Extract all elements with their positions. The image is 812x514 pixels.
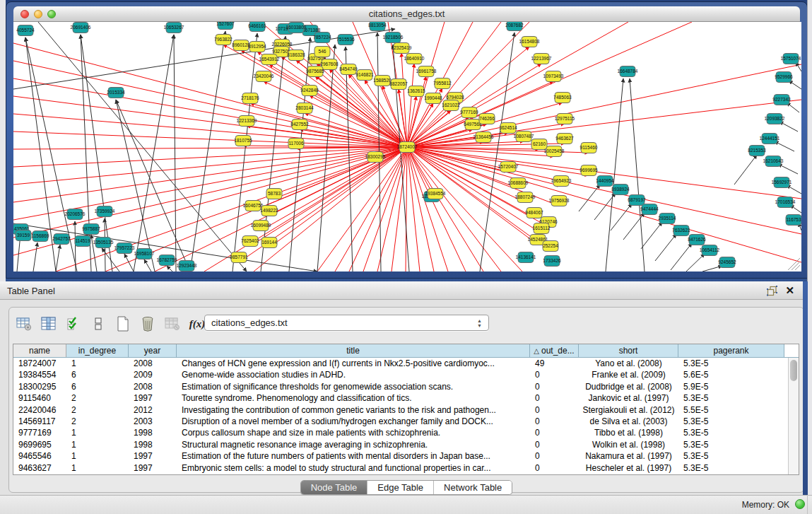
graph-node[interactable]: 18300295 <box>365 152 386 163</box>
graph-node[interactable]: 12093822 <box>765 114 785 124</box>
graph-node[interactable]: 1440954 <box>596 176 614 187</box>
graph-node[interactable]: 1362615 <box>407 86 425 97</box>
graph-node[interactable]: 20691406 <box>71 23 91 33</box>
graph-node[interactable]: 39159 <box>16 230 31 241</box>
graph-node[interactable]: 10973493 <box>543 71 564 82</box>
graph-node[interactable]: 16099489 <box>251 221 271 231</box>
graph-node[interactable]: 18640910 <box>404 54 425 64</box>
graph-node[interactable]: 16543912 <box>259 54 280 65</box>
graph-node[interactable]: 2942757 <box>52 234 71 245</box>
network-graph[interactable]: 4055724206914061065326715276076466161107… <box>13 22 801 271</box>
graph-node[interactable]: 15751074 <box>781 54 801 64</box>
graph-node[interactable]: 1810755 <box>234 136 252 146</box>
graph-node[interactable]: 9857791 <box>230 252 248 263</box>
graph-node[interactable]: 8960128 <box>232 40 250 51</box>
graph-node[interactable]: 12213369 <box>237 116 257 127</box>
table-settings-icon[interactable] <box>15 315 33 333</box>
graph-node[interactable]: 16154808 <box>519 37 540 47</box>
graph-node[interactable]: 10653267 <box>164 23 184 33</box>
graph-node[interactable]: 8912954 <box>248 42 266 52</box>
network-window-titlebar[interactable]: citations_edges.txt <box>13 6 800 22</box>
graph-node[interactable]: 8215353 <box>748 146 766 156</box>
column-header-pagerank[interactable]: pagerank <box>678 344 784 357</box>
graph-node[interactable]: 9699695 <box>579 165 598 176</box>
graph-node[interactable]: 12213967 <box>531 54 552 64</box>
graph-node[interactable]: 10654112 <box>700 245 720 256</box>
graph-node[interactable]: 9146821 <box>355 70 374 81</box>
delete-table-icon[interactable] <box>163 315 182 333</box>
graph-node[interactable]: 18807249 <box>515 192 536 203</box>
graph-node[interactable]: 9529966 <box>775 72 793 83</box>
graph-node[interactable]: 7632621 <box>672 226 690 236</box>
graph-node[interactable]: 9227343 <box>772 95 791 105</box>
graph-node[interactable]: 19218506 <box>383 33 404 43</box>
graph-node[interactable]: 9242848 <box>300 86 319 96</box>
tab-edge-table[interactable]: Edge Table <box>367 481 434 494</box>
graph-node[interactable]: 114519 <box>75 236 90 247</box>
graph-node[interactable]: 16782759 <box>157 255 177 266</box>
rows-icon[interactable] <box>89 315 107 333</box>
graph-node[interactable]: 17359924 <box>95 206 115 217</box>
table-row[interactable]: 946362711997Embryonic stem cells: a mode… <box>13 462 799 474</box>
table-row[interactable]: 1872400712008Changes of HCN gene express… <box>13 358 799 369</box>
graph-node[interactable]: 8454749 <box>339 64 358 75</box>
graph-node[interactable]: 12923448 <box>177 261 197 271</box>
graph-node[interactable]: 10688609 <box>508 178 529 189</box>
graph-node[interactable]: 1990448 <box>424 93 442 104</box>
graph-node[interactable]: 19756928 <box>549 196 570 206</box>
graph-node[interactable]: 19654923 <box>551 176 572 187</box>
graph-node[interactable]: 1588520 <box>373 76 392 86</box>
graph-node[interactable]: 8822057 <box>389 79 408 90</box>
new-document-icon[interactable] <box>114 315 132 333</box>
select-columns-icon[interactable] <box>64 315 83 333</box>
graph-node[interactable]: 6466161 <box>248 22 266 32</box>
graph-node[interactable]: 16961758 <box>416 66 437 77</box>
graph-node[interactable]: 14136141 <box>516 252 536 263</box>
table-row[interactable]: 2242004622012Investigating the contribut… <box>13 404 799 416</box>
table-row[interactable]: 1938455462009Genome-wide association stu… <box>13 369 799 380</box>
column-header-short[interactable]: short <box>579 344 678 357</box>
graph-node[interactable]: 9484067 <box>525 208 543 218</box>
graph-node[interactable]: 12975115 <box>555 114 575 124</box>
table-row[interactable]: 977716911998Corpus callosum shape and si… <box>13 427 799 438</box>
tab-network-table[interactable]: Network Table <box>434 481 512 494</box>
graph-node[interactable]: 10807487 <box>514 132 534 142</box>
graph-hub-node[interactable]: 18724007 <box>397 142 418 153</box>
graph-node[interactable]: 2718176 <box>241 93 259 104</box>
graph-node[interactable]: 10025458 <box>544 146 565 157</box>
show-columns-icon[interactable] <box>40 315 58 333</box>
graph-node[interactable]: 7485063 <box>553 93 572 103</box>
graph-node[interactable]: 8813054 <box>368 22 387 31</box>
column-header-in_degree[interactable]: in_degree <box>66 344 129 357</box>
graph-node[interactable]: 116753 <box>786 215 801 226</box>
tab-node-table[interactable]: Node Table <box>301 481 368 494</box>
graph-node[interactable]: 19384554 <box>425 189 446 199</box>
graph-node[interactable]: 1733426 <box>543 256 561 267</box>
graph-node[interactable]: 7625402 <box>241 236 259 247</box>
table-row[interactable]: 969969511998Structural magnetic resonanc… <box>13 439 799 450</box>
graph-node[interactable]: 1621022 <box>442 100 460 111</box>
table-vertical-scrollbar[interactable] <box>788 358 799 474</box>
graph-node[interactable]: 7955812 <box>433 78 452 89</box>
graph-node[interactable]: 21364456 <box>473 132 494 143</box>
graph-node[interactable]: 6879197 <box>628 195 646 206</box>
graph-node[interactable]: 117006 <box>288 139 304 149</box>
graph-node[interactable]: 546 <box>314 47 330 57</box>
graph-node[interactable]: 17957223 <box>114 243 135 254</box>
graph-node[interactable]: 13505135 <box>93 238 114 248</box>
table-row[interactable]: 1830029562008Estimation of significance … <box>13 381 799 392</box>
graph-node[interactable]: 7857224 <box>313 33 331 43</box>
graph-node[interactable]: 15692971 <box>772 177 792 188</box>
table-selector-combobox[interactable]: citations_edges.txt ▲▼ <box>204 315 489 331</box>
graph-node[interactable]: 8938924 <box>611 185 630 195</box>
graph-node[interactable]: 2803144 <box>295 103 314 114</box>
delete-icon[interactable] <box>139 315 157 333</box>
graph-node[interactable]: 2087682 <box>505 22 524 31</box>
graph-node[interactable]: 252254 <box>543 241 558 252</box>
graph-node[interactable]: 9245652 <box>718 257 736 268</box>
graph-node[interactable]: 7963822 <box>214 35 233 45</box>
graph-node[interactable]: 746266 <box>479 114 495 124</box>
graph-node[interactable]: 2935114 <box>659 214 676 224</box>
graph-node[interactable]: 3624514 <box>499 123 517 134</box>
graph-node[interactable]: 12325419 <box>392 43 412 54</box>
